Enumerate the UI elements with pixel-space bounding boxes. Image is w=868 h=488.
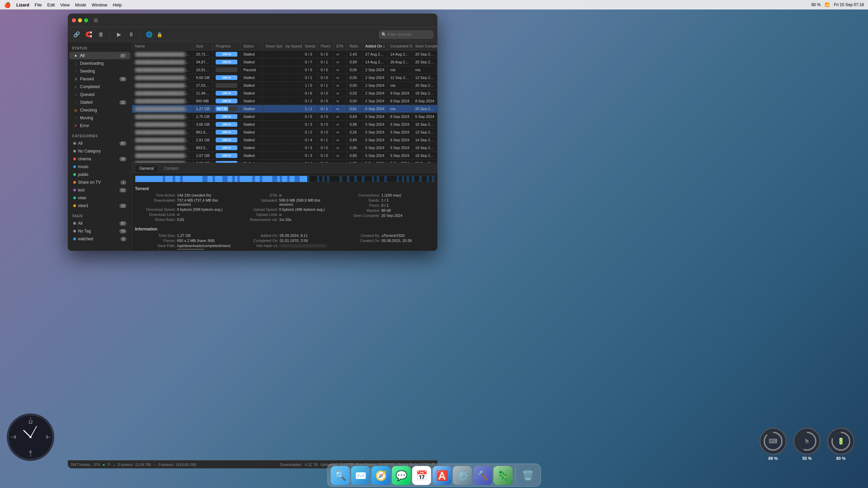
col-header-eta[interactable]: ETA (334, 42, 347, 50)
sidebar-item-moving[interactable]: → Moving (69, 114, 131, 122)
table-row[interactable]: ████████████████████████ 17,53 GB Stalle… (132, 82, 437, 89)
sidebar-item-all-status[interactable]: ● All 87 (69, 52, 131, 59)
col-header-size[interactable]: Size (193, 42, 213, 50)
dock-item-appstore[interactable]: 🅰️ (433, 466, 452, 485)
add-torrent-link-button[interactable]: 🔗 (72, 30, 81, 39)
sidebar-item-public[interactable]: public (69, 171, 131, 178)
col-header-down[interactable]: Down Spe... (263, 42, 282, 50)
minimize-button[interactable] (78, 18, 82, 22)
info-hash-label: Info Hash v1: (238, 244, 278, 248)
sidebar-item-cinema[interactable]: cinema 20 (69, 155, 131, 163)
dock-item-lizard[interactable]: 🦎 (494, 466, 513, 485)
col-header-progress[interactable]: Progress (213, 42, 240, 50)
sidebar-item-music[interactable]: music (69, 163, 131, 170)
td-up-speed (282, 61, 302, 63)
pause-button[interactable]: ⏸ (126, 30, 136, 39)
torrent-name: ████████████████████████ (135, 130, 193, 134)
td-size: 11,48 GB (193, 90, 213, 97)
sidebar-item-view[interactable]: view (69, 194, 131, 202)
table-row[interactable]: ████████████████████████ 2,08 GB 100 % S… (132, 160, 437, 163)
col-header-status[interactable]: Status (240, 42, 263, 50)
col-header-seeds[interactable]: Seeds (302, 42, 318, 50)
td-name: ████████████████████████ (132, 152, 193, 159)
td-down-speed (263, 123, 282, 126)
edit-menu[interactable]: Edit (47, 2, 55, 7)
save-path-label: Save Path: (135, 244, 176, 248)
dock-item-safari[interactable]: 🧭 (372, 466, 391, 485)
sidebar-item-tag-all[interactable]: All 87 (69, 220, 131, 227)
dock-item-trash[interactable]: 🗑️ (518, 466, 537, 485)
dock-item-xcode[interactable]: 🔨 (473, 466, 492, 485)
table-row[interactable]: ████████████████████████ 893,5... 100 % … (132, 144, 437, 152)
table-row[interactable]: ████████████████████████ 890 MB 100 % St… (132, 97, 437, 105)
col-header-name[interactable]: Name (132, 42, 193, 50)
menubar-right: 80 % 📶 Fri 20 Sep 07:18 (811, 2, 864, 7)
sidebar-item-downloading[interactable]: ↓ Downloading (69, 60, 131, 67)
sidebar-item-watched[interactable]: watched 8 (69, 235, 131, 243)
maximize-button[interactable] (84, 18, 88, 22)
sidebar-item-stalled[interactable]: ! Stalled 32 (69, 99, 131, 106)
app-menu[interactable]: Lizard (16, 2, 29, 7)
start-button[interactable]: ▶ (114, 30, 124, 39)
sidebar-item-paused[interactable]: ⏸ Paused 55 (69, 75, 131, 83)
table-row[interactable]: ████████████████████████ 3,66 GB 100 % S… (132, 121, 437, 128)
col-header-completed[interactable]: Completed On (388, 42, 413, 50)
td-seen: 8 Sep 2024 (412, 98, 437, 104)
col-header-up[interactable]: Up Speed (282, 42, 302, 50)
table-row[interactable]: ████████████████████████ 34,87 GB 100 % … (132, 58, 437, 66)
sidebar-item-no-tag[interactable]: No Tag 79 (69, 227, 131, 235)
sidebar-item-test[interactable]: test 51 (69, 186, 131, 194)
td-eta: ∞ (334, 152, 347, 159)
tab-general[interactable]: General (135, 164, 158, 172)
table-row[interactable]: ████████████████████████ 881,6... 100 % … (132, 128, 437, 136)
col-header-added[interactable]: Added On ↓ (362, 42, 388, 50)
table-row[interactable]: ████████████████████████ 2,81 GB 100 % S… (132, 136, 437, 144)
sidebar-item-view1[interactable]: view1 15 (69, 202, 131, 209)
window-menu[interactable]: Window (92, 2, 107, 7)
tab-content[interactable]: Content (160, 164, 183, 172)
filter-wrapper: 🔍 (379, 30, 433, 39)
table-row[interactable]: ████████████████████████ 9,68 GB 100 % S… (132, 74, 437, 82)
time-active-row: Time Active: 14d 23h (seeded 0s) (135, 193, 230, 197)
table-row[interactable]: ████████████████████████ 11,48 GB 100 % … (132, 89, 437, 97)
filter-input[interactable] (379, 30, 433, 39)
file-menu[interactable]: File (35, 2, 42, 7)
table-row[interactable]: ████████████████████████ 1,27 GB 56.7 % … (132, 105, 437, 113)
view-menu[interactable]: View (60, 2, 70, 7)
eta-label: ETA: (237, 193, 278, 197)
td-seen: 16 Sep 2024 (412, 121, 437, 128)
td-up-speed (282, 115, 302, 118)
dock-item-finder[interactable]: 🔍 (331, 466, 350, 485)
td-completed: 5 Sep 2024 (388, 121, 413, 128)
preferences-button[interactable]: 🌐 (144, 30, 154, 39)
dock-item-messages[interactable]: 💬 (392, 466, 411, 485)
help-menu[interactable]: Help (113, 2, 122, 7)
sidebar-item-share-on-tv[interactable]: Share on TV 1 (69, 179, 131, 186)
sidebar-item-no-category[interactable]: No Category (69, 147, 131, 155)
mode-menu[interactable]: Mode (75, 2, 86, 7)
close-button[interactable] (72, 18, 76, 22)
table-row[interactable]: ████████████████████████ 2,75 GB 100 % S… (132, 113, 437, 121)
sidebar-item-seeding[interactable]: ↑ Seeding (69, 67, 131, 75)
added-on-label: Added On: (238, 233, 278, 238)
sidebar-item-completed[interactable]: ✓ Completed (69, 83, 131, 90)
sidebar-item-checking[interactable]: ◎ Checking (69, 106, 131, 114)
sidebar-item-queued[interactable]: ○ Queued (69, 91, 131, 98)
dock-item-calendar[interactable]: 📅 (412, 466, 431, 485)
table-row[interactable]: ████████████████████████ 20,72 GB 100 % … (132, 50, 437, 58)
table-row[interactable]: ████████████████████████ 2,07 GB 100 % S… (132, 152, 437, 160)
dock-item-settings[interactable]: ⚙️ (453, 466, 472, 485)
apple-menu[interactable]: 🍎 (4, 2, 11, 8)
dock-item-mail[interactable]: ✉️ (351, 466, 370, 485)
table-row[interactable]: ████████████████████████ 10,91 GB Paused… (132, 66, 437, 74)
sidebar-item-error[interactable]: ✗ Error (69, 122, 131, 129)
col-header-ratio[interactable]: Ratio (347, 42, 362, 50)
torrent-table[interactable]: Name Size Progress Status Down Spe... Up… (132, 42, 437, 163)
col-header-peers[interactable]: Peers (318, 42, 334, 50)
remove-torrent-button[interactable]: 🗑 (96, 30, 106, 39)
col-header-seen[interactable]: Seen Complete (412, 42, 437, 50)
download-speed-label: Download Speed: (135, 207, 176, 211)
sidebar-toggle-button[interactable]: ⊞ (94, 17, 98, 23)
add-magnet-button[interactable]: 🧲 (84, 30, 94, 39)
sidebar-item-cat-all[interactable]: All 87 (69, 140, 131, 147)
